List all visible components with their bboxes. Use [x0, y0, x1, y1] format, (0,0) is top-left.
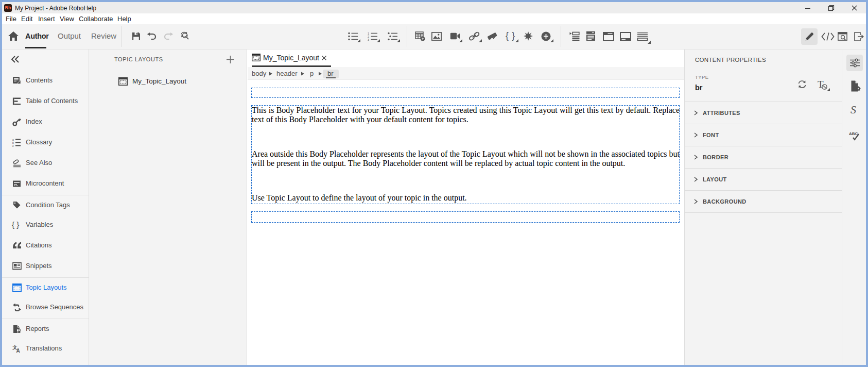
- svg-text:c: c: [12, 144, 14, 147]
- svg-text:3: 3: [368, 38, 369, 41]
- svg-text:A: A: [16, 348, 20, 353]
- svg-text:ABC: ABC: [849, 131, 858, 136]
